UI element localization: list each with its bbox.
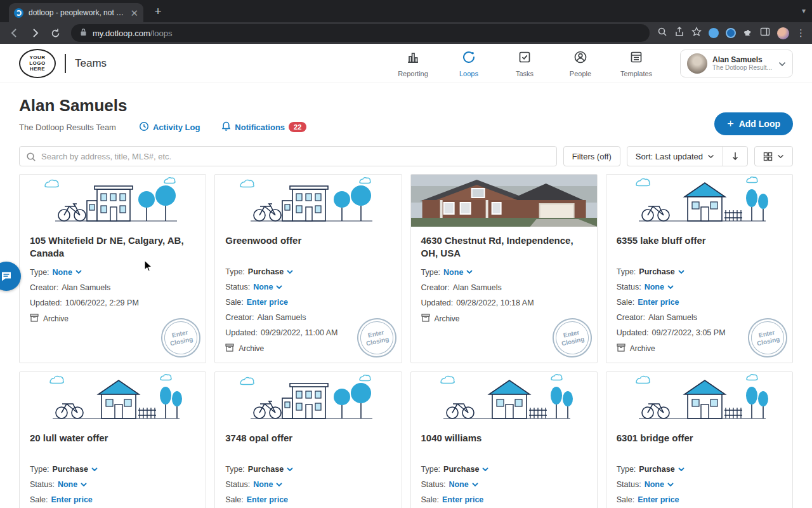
chevron-down-icon[interactable] xyxy=(75,270,82,274)
field-label: Updated: xyxy=(225,328,258,337)
chevron-down-icon[interactable] xyxy=(667,483,674,487)
field-label: Creator: xyxy=(30,283,58,292)
sort-direction-button[interactable] xyxy=(723,152,747,161)
loop-title[interactable]: 105 Whitefield Dr NE, Calgary, AB, Canad… xyxy=(30,234,195,260)
loop-card[interactable]: 3748 opal offer Type:PurchaseStatus:None… xyxy=(214,371,402,508)
loop-title[interactable]: 20 lull water offer xyxy=(30,432,195,457)
profile-subtitle: The Dotloop Result... xyxy=(712,64,773,71)
search-tabs-icon[interactable] xyxy=(657,27,667,39)
browser-profile-avatar[interactable] xyxy=(777,27,789,39)
chevron-down-icon[interactable] xyxy=(472,483,478,487)
field-value[interactable]: Enter price xyxy=(247,298,288,307)
browser-tab[interactable]: dotloop - peoplework, not pap ✕ xyxy=(9,3,143,22)
notifications-label: Notifications xyxy=(235,123,285,132)
chevron-down-icon[interactable] xyxy=(678,270,684,274)
url-bar[interactable]: my.dotloop.com/loops xyxy=(71,24,650,42)
nav-item-tasks[interactable]: Tasks xyxy=(506,50,543,77)
field-value[interactable]: None xyxy=(449,480,468,489)
chevron-down-icon[interactable] xyxy=(287,270,293,274)
field-value[interactable]: None xyxy=(58,480,77,489)
field-value[interactable]: Purchase xyxy=(248,267,284,276)
field-value[interactable]: Enter price xyxy=(638,495,679,504)
loop-title[interactable]: 1040 williams xyxy=(421,432,587,457)
loop-card[interactable]: 6355 lake bluff offer Type:PurchaseStatu… xyxy=(606,174,793,363)
loop-card[interactable]: 6301 bridge offer Type:PurchaseStatus:No… xyxy=(606,371,793,508)
nav-item-templates[interactable]: Templates xyxy=(618,50,655,77)
support-chat-button[interactable] xyxy=(0,262,21,291)
sort-button[interactable]: Sort: Last updated xyxy=(627,152,723,161)
extensions-puzzle-icon[interactable] xyxy=(743,27,753,39)
forward-icon[interactable] xyxy=(27,25,43,41)
loop-fields: Type:NoneCreator:Alan SamuelsUpdated:09/… xyxy=(421,268,587,307)
loop-card[interactable]: 1040 williams Type:PurchaseStatus:NoneSa… xyxy=(410,371,598,508)
filter-toolbar: Filters (off) Sort: Last updated xyxy=(19,146,793,166)
field-label: Updated: xyxy=(617,328,649,337)
field-value[interactable]: None xyxy=(253,480,273,489)
nav-item-people[interactable]: People xyxy=(562,50,599,77)
tab-search-chevron-icon[interactable]: ▾ xyxy=(802,6,806,15)
nav-item-loops[interactable]: Loops xyxy=(450,50,487,77)
field-value[interactable]: Enter price xyxy=(638,298,679,307)
chevron-down-icon[interactable] xyxy=(667,285,674,290)
loop-card[interactable]: 4630 Chestnut Rd, Independence, OH, USA … xyxy=(410,174,598,363)
loop-title[interactable]: 3748 opal offer xyxy=(225,432,391,457)
new-tab-button[interactable]: + xyxy=(150,3,166,20)
chevron-down-icon[interactable] xyxy=(678,467,684,472)
url-host: my.dotloop.com xyxy=(93,29,150,38)
company-logo[interactable]: YOUR LOGO HERE xyxy=(19,49,56,78)
view-layout-button[interactable] xyxy=(754,146,793,166)
loop-title[interactable]: 6301 bridge offer xyxy=(617,432,782,457)
chevron-down-icon[interactable] xyxy=(287,467,293,472)
archive-label: Archive xyxy=(43,314,69,323)
filters-button[interactable]: Filters (off) xyxy=(563,146,620,166)
nav-item-reporting[interactable]: Reporting xyxy=(395,50,431,77)
chevron-down-icon[interactable] xyxy=(81,483,87,487)
field-value[interactable]: Purchase xyxy=(639,267,674,276)
browser-menu-icon[interactable]: ⋮ xyxy=(796,27,806,39)
archive-label: Archive xyxy=(239,344,264,353)
field-value[interactable]: None xyxy=(53,268,72,277)
loop-card[interactable]: 20 lull water offer Type:PurchaseStatus:… xyxy=(19,371,206,508)
field-value[interactable]: Purchase xyxy=(443,465,479,474)
activity-log-link[interactable]: Activity Log xyxy=(139,121,200,133)
refresh-icon[interactable] xyxy=(47,25,63,41)
field-value[interactable]: None xyxy=(443,268,463,277)
search-input[interactable] xyxy=(20,147,556,166)
field-value[interactable]: None xyxy=(645,480,664,489)
chevron-down-icon[interactable] xyxy=(276,285,282,290)
loop-field: Sale:Enter price xyxy=(225,495,391,504)
search-icon xyxy=(26,152,36,162)
share-icon[interactable] xyxy=(674,27,684,39)
back-icon[interactable] xyxy=(6,25,23,41)
loop-title[interactable]: Greenwood offer xyxy=(225,234,391,260)
add-loop-button[interactable]: + Add Loop xyxy=(714,112,793,135)
field-value[interactable]: None xyxy=(645,283,664,291)
side-panel-icon[interactable] xyxy=(760,27,770,39)
tab-close-icon[interactable]: ✕ xyxy=(130,8,138,18)
notifications-link[interactable]: Notifications 22 xyxy=(221,121,306,133)
field-value[interactable]: Purchase xyxy=(639,465,674,474)
chevron-down-icon[interactable] xyxy=(276,483,282,487)
loop-title[interactable]: 6355 lake bluff offer xyxy=(617,234,782,260)
field-value[interactable]: Enter price xyxy=(247,495,288,504)
loop-title[interactable]: 4630 Chestnut Rd, Independence, OH, USA xyxy=(421,234,587,260)
chevron-down-icon[interactable] xyxy=(466,270,473,274)
field-value[interactable]: Enter price xyxy=(442,495,483,504)
loop-field: Status:None xyxy=(225,283,391,291)
field-value[interactable]: Purchase xyxy=(248,465,284,474)
loop-card[interactable]: 105 Whitefield Dr NE, Calgary, AB, Canad… xyxy=(19,174,206,363)
loop-field: Sale:Enter price xyxy=(617,298,782,307)
field-label: Creator: xyxy=(617,313,645,322)
url-path: /loops xyxy=(150,29,173,38)
loop-field: Type:Purchase xyxy=(225,465,391,474)
field-value[interactable]: Purchase xyxy=(53,465,88,474)
loop-card[interactable]: Greenwood offer Type:PurchaseStatus:None… xyxy=(214,174,402,363)
chevron-down-icon[interactable] xyxy=(482,467,488,472)
profile-menu[interactable]: Alan Samuels The Dotloop Result... xyxy=(680,50,793,77)
chevron-down-icon[interactable] xyxy=(91,467,98,472)
field-value[interactable]: None xyxy=(253,283,273,291)
extension-icon[interactable] xyxy=(709,28,719,38)
extension-icon[interactable] xyxy=(726,28,736,38)
field-value[interactable]: Enter price xyxy=(51,495,93,504)
bookmark-star-icon[interactable] xyxy=(691,27,702,39)
